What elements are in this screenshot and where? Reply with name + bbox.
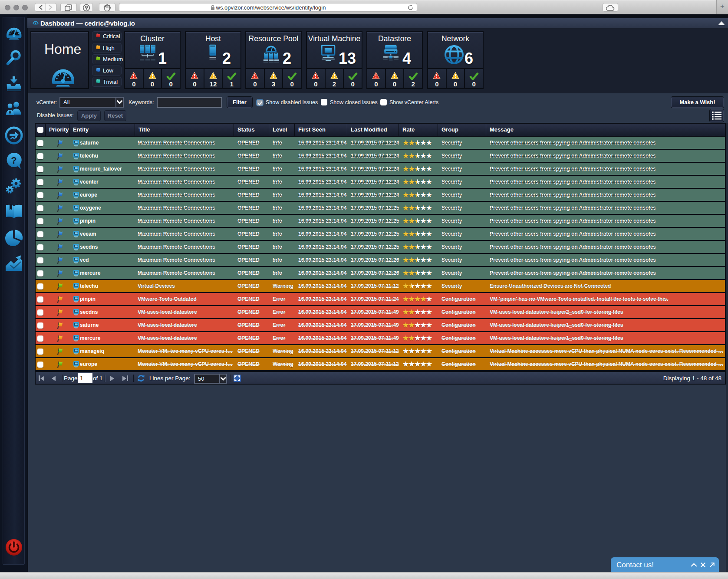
svg-text:?: ? (11, 155, 16, 166)
